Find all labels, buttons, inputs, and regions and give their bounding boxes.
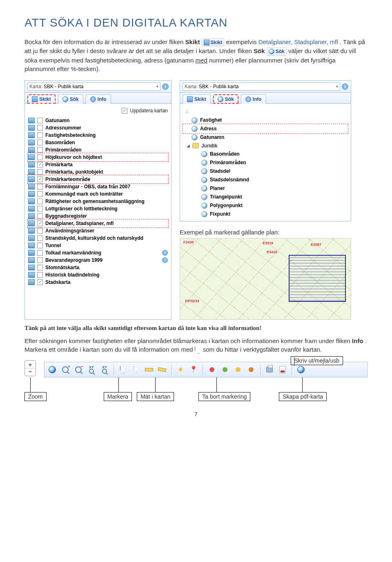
layer-row[interactable]: Användningsgränser — [28, 227, 168, 234]
layers-icon — [28, 213, 35, 219]
layer-checkbox[interactable] — [37, 257, 43, 263]
zoom-in-tool[interactable] — [60, 364, 71, 375]
pdf-button[interactable] — [277, 364, 288, 375]
pin-tool[interactable]: 📍 — [188, 364, 199, 375]
globe-button[interactable] — [47, 364, 58, 375]
layer-row[interactable]: Kommunägd mark och tomträtter — [28, 190, 168, 198]
layer-checkbox[interactable] — [37, 206, 43, 212]
search-item[interactable]: Triangelpunkt — [183, 193, 347, 201]
zoom-out-button[interactable]: − — [25, 368, 36, 375]
layer-checkbox[interactable] — [37, 132, 43, 138]
info-icon[interactable]: i — [342, 83, 348, 90]
search-item[interactable]: Fastighet — [183, 116, 347, 125]
layer-checkbox[interactable] — [37, 228, 43, 234]
layer-row[interactable]: ✓Stadskarta — [28, 279, 168, 286]
measure-area-tool[interactable] — [157, 364, 167, 375]
layer-row[interactable]: Primärkarta, punktobjekt — [28, 168, 168, 176]
zoom-control[interactable]: + − — [24, 360, 36, 376]
layer-checkbox[interactable] — [37, 272, 43, 278]
search-item[interactable]: Adress — [183, 125, 347, 133]
zoom-in-button[interactable]: + — [25, 361, 36, 368]
search-item[interactable]: Fixpunkt — [183, 210, 347, 219]
layer-row[interactable]: Höjdkurvor och höjdtext — [28, 154, 168, 161]
search-item[interactable]: Stadsdelsnämnd — [183, 176, 347, 184]
layer-row[interactable]: ✓Detaljplaner, Stadsplaner, mfl — [28, 220, 168, 227]
layer-checkbox[interactable] — [37, 213, 43, 219]
layer-row[interactable]: Byggnadsregister — [28, 212, 168, 220]
layer-row[interactable]: Bevarandeprogram 1999i — [28, 256, 168, 264]
layer-checkbox[interactable] — [37, 184, 43, 190]
info-icon[interactable]: i — [162, 83, 169, 90]
measure-line-tool[interactable] — [144, 364, 154, 375]
layer-label: Stomnätskarta — [45, 265, 168, 270]
search-item[interactable]: Primärområden — [183, 158, 347, 167]
layer-checkbox[interactable] — [37, 243, 43, 248]
layer-row[interactable]: Historisk bladindelning — [28, 271, 168, 279]
magnifier-icon — [201, 185, 207, 192]
layers-icon — [28, 265, 35, 270]
search-item[interactable]: Planer — [183, 184, 347, 193]
layers-icon — [28, 169, 35, 175]
layer-checkbox[interactable] — [37, 198, 43, 204]
layer-checkbox[interactable] — [37, 125, 43, 131]
google-earth-button[interactable] — [296, 364, 306, 375]
search-item[interactable]: Gatunamn — [183, 133, 347, 142]
layer-row[interactable]: Rättigheter och gemensamhetsanläggning — [28, 198, 168, 205]
layer-checkbox[interactable]: ✓ — [37, 162, 43, 167]
search-item[interactable]: Polygonpunkt — [183, 201, 347, 210]
tab-skikt[interactable]: Skikt — [183, 94, 211, 104]
layer-row[interactable]: ✓Primärkarteområde — [28, 176, 168, 183]
layer-checkbox[interactable]: ✓ — [37, 279, 43, 285]
layer-row[interactable]: Fastighetsbeteckning — [28, 132, 168, 139]
layer-checkbox[interactable] — [37, 235, 43, 241]
layer-checkbox[interactable] — [37, 140, 43, 145]
update-checkbox[interactable]: ✓ — [122, 108, 127, 114]
layer-checkbox[interactable] — [37, 265, 43, 270]
layer-checkbox[interactable] — [37, 169, 43, 175]
layer-checkbox[interactable]: ✓ — [37, 176, 43, 182]
zoom-xy-tool[interactable]: XY — [86, 364, 97, 375]
layer-checkbox[interactable]: ✓ — [37, 221, 43, 226]
layer-row[interactable]: Strandskydd, kulturskydd och naturskydd — [28, 234, 168, 242]
layer-label: Fastighetsbeteckning — [45, 132, 168, 138]
search-item[interactable]: Basområden — [183, 150, 347, 158]
search-item[interactable]: Stadsdel — [183, 167, 347, 176]
example-caption: Exempel på markerad gällande plan: — [180, 229, 351, 236]
layer-row[interactable]: Fornlämningar - OBS, data från 2007 — [28, 183, 168, 190]
color-orange[interactable] — [246, 364, 256, 375]
layer-checkbox[interactable] — [37, 118, 43, 123]
color-yellow[interactable] — [233, 364, 243, 375]
layer-row[interactable]: Gatunamn — [28, 117, 168, 124]
color-red[interactable] — [207, 364, 217, 375]
layer-row[interactable]: Primärområden — [28, 146, 168, 154]
karta-dropdown[interactable]: Karta: SBK - Publik karta ▾ — [27, 83, 160, 91]
select-info-tool[interactable] — [131, 364, 141, 375]
layer-checkbox[interactable] — [37, 250, 43, 256]
collapse-icon[interactable]: △ — [185, 109, 189, 113]
layer-row[interactable]: Stomnätskarta — [28, 264, 168, 271]
search-folder-juridik[interactable]: ◢ Juridik — [183, 142, 347, 150]
tab-sok[interactable]: Sök — [58, 94, 83, 104]
layer-row[interactable]: Lottgränser och lottbeteckning — [28, 205, 168, 212]
layer-checkbox[interactable] — [37, 191, 43, 197]
layer-row[interactable]: Tolkad markanvändningi — [28, 249, 168, 256]
layer-row[interactable]: Adressnummer — [28, 124, 168, 132]
info-icon[interactable]: i — [162, 257, 168, 263]
layer-row[interactable]: Tunnel — [28, 242, 168, 249]
info-icon[interactable]: i — [162, 250, 168, 256]
print-button[interactable] — [264, 364, 275, 375]
layer-checkbox[interactable] — [37, 154, 43, 160]
layer-row[interactable]: ✓Primärkarta — [28, 161, 168, 168]
tab-info[interactable]: i Info — [241, 94, 266, 104]
color-green[interactable] — [220, 364, 230, 375]
tab-info[interactable]: i Info — [86, 94, 111, 104]
select-tool[interactable] — [118, 364, 128, 375]
zoom-out-tool[interactable] — [73, 364, 84, 375]
clear-selection-tool[interactable]: ✶ — [175, 364, 186, 375]
layer-checkbox[interactable] — [37, 147, 43, 153]
tab-sok[interactable]: Sök — [213, 94, 238, 104]
karta-dropdown[interactable]: Karta: SBK - Publik karta ▾ — [183, 83, 340, 91]
zoom-xy-tool-2[interactable]: XY — [99, 364, 110, 375]
tab-skikt[interactable]: Skikt — [27, 94, 56, 104]
layer-row[interactable]: Basområden — [28, 139, 168, 146]
